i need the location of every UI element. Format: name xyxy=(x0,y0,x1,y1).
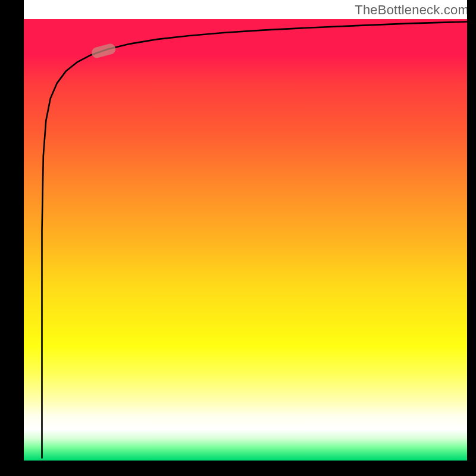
frame-left xyxy=(0,0,24,476)
frame-bottom xyxy=(0,461,476,476)
frame-right xyxy=(467,0,476,476)
chart-frame xyxy=(0,0,476,476)
